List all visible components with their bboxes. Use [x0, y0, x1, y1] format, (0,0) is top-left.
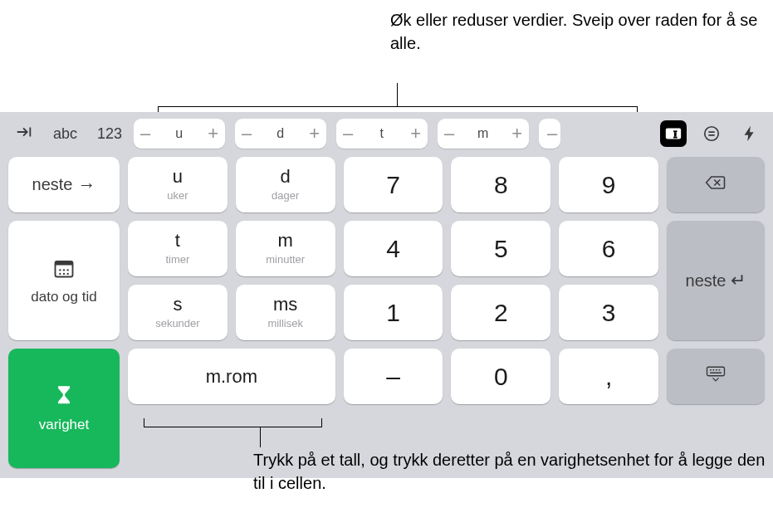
svg-rect-1 [674, 132, 677, 137]
digit-label: 0 [494, 363, 508, 391]
digit-label: 4 [386, 235, 400, 263]
unit-seconds-button[interactable]: s sekunder [128, 285, 227, 340]
callout-line [158, 106, 637, 107]
keyboard-dismiss-icon [704, 363, 727, 390]
digit-label: 1 [386, 299, 400, 327]
numeric-mode-button[interactable]: 123 [92, 122, 127, 146]
digit-label: 7 [386, 171, 400, 199]
plus-icon[interactable]: + [511, 124, 522, 143]
digit-7-button[interactable]: 7 [344, 157, 443, 212]
svg-rect-13 [707, 367, 725, 376]
digit-label: 6 [602, 235, 616, 263]
unit-sub: timer [165, 253, 189, 266]
datetime-mode-button[interactable]: dato og tid [8, 221, 120, 340]
dismiss-keyboard-button[interactable] [667, 349, 765, 404]
digit-6-button[interactable]: 6 [559, 221, 658, 276]
unit-main: d [281, 168, 291, 186]
digit-label: 2 [494, 299, 508, 327]
mode-switchers: abc 123 [10, 120, 127, 149]
plus-icon[interactable]: + [410, 124, 421, 143]
unit-steppers-row[interactable]: – u + – d + – t + – m + – [134, 119, 653, 149]
digit-5-button[interactable]: 5 [451, 221, 550, 276]
digit-4-button[interactable]: 4 [344, 221, 443, 276]
digit-2-button[interactable]: 2 [451, 285, 550, 340]
keyboard-top-row: abc 123 – u + – d + – t + – m + [0, 112, 773, 155]
stepper-label: t [380, 126, 384, 141]
arrow-right-icon: → [77, 174, 95, 196]
digit-9-button[interactable]: 9 [559, 157, 658, 212]
callout-top-text: Øk eller reduser verdier. Sveip over rad… [390, 11, 757, 52]
unit-days-button[interactable]: d dager [236, 157, 335, 212]
minus-button[interactable]: – [344, 349, 443, 404]
callout-line [260, 427, 261, 447]
equals-icon[interactable] [698, 120, 725, 147]
duration-mode-button[interactable]: varighet [8, 349, 120, 468]
stepper-weeks[interactable]: – u + [134, 119, 225, 149]
duration-label: varighet [39, 417, 89, 433]
datetime-label: dato og tid [31, 289, 96, 305]
digit-label: – [386, 363, 400, 391]
tab-icon[interactable] [10, 120, 38, 149]
unit-sub: minutter [266, 253, 305, 266]
minus-icon[interactable]: – [547, 124, 557, 143]
digit-3-button[interactable]: 3 [559, 285, 658, 340]
abc-mode-button[interactable]: abc [48, 122, 82, 146]
backspace-button[interactable] [667, 157, 765, 212]
digit-8-button[interactable]: 8 [451, 157, 550, 212]
stepper-label: m [477, 126, 488, 141]
unit-minutes-button[interactable]: m minutter [236, 221, 335, 276]
return-icon: ↵ [731, 270, 746, 291]
digit-label: 5 [494, 235, 508, 263]
unit-milliseconds-button[interactable]: ms millisek [236, 285, 335, 340]
next-label: neste [686, 271, 727, 290]
digit-1-button[interactable]: 1 [344, 285, 443, 340]
unit-sub: uker [167, 189, 188, 202]
top-right-icons [660, 120, 763, 147]
unit-sub: sekunder [155, 317, 199, 329]
callout-bottom: Trykk på et tall, og trykk deretter på e… [253, 448, 773, 495]
unit-sub: millisek [267, 317, 303, 329]
next-field-button[interactable]: neste → [8, 157, 120, 212]
minus-icon[interactable]: – [140, 124, 150, 143]
digit-label: 8 [494, 171, 508, 199]
duration-keyboard-icon[interactable] [660, 120, 687, 147]
stepper-partial[interactable]: – [539, 119, 560, 149]
unit-sub: dager [272, 189, 299, 202]
minus-icon[interactable]: – [242, 124, 252, 143]
hourglass-icon [52, 384, 76, 412]
minus-icon[interactable]: – [444, 124, 454, 143]
svg-point-4 [705, 127, 719, 141]
digit-0-button[interactable]: 0 [451, 349, 550, 404]
unit-weeks-button[interactable]: u uker [128, 157, 227, 212]
svg-point-9 [67, 269, 69, 271]
svg-rect-6 [56, 261, 73, 265]
left-column: neste → dato og tid varighet [8, 157, 120, 468]
space-label: m.rom [206, 366, 257, 388]
unit-main: t [175, 232, 180, 250]
svg-point-8 [63, 269, 65, 271]
stepper-minutes[interactable]: – m + [438, 119, 529, 149]
next-label: neste [32, 175, 73, 194]
svg-point-12 [67, 272, 69, 274]
keyboard-main: neste → dato og tid varighet u uker [0, 155, 773, 471]
svg-point-11 [63, 272, 65, 274]
plus-icon[interactable]: + [309, 124, 320, 143]
next-return-button[interactable]: neste ↵ [667, 221, 765, 340]
minus-icon[interactable]: – [343, 124, 353, 143]
center-keypad: u uker d dager 7 8 9 t timer m minutter … [128, 157, 658, 468]
stepper-days[interactable]: – d + [235, 119, 326, 149]
lightning-icon[interactable] [736, 120, 763, 147]
callout-line [397, 83, 398, 106]
plus-icon[interactable]: + [208, 124, 218, 143]
unit-hours-button[interactable]: t timer [128, 221, 227, 276]
digit-label: , [605, 363, 612, 391]
svg-rect-2 [673, 130, 678, 132]
unit-main: s [173, 295, 182, 314]
callout-line [321, 418, 322, 427]
unit-main: m [278, 232, 293, 250]
callout-line [144, 418, 144, 427]
space-button[interactable]: m.rom [128, 349, 335, 404]
svg-point-10 [59, 272, 61, 274]
comma-button[interactable]: , [559, 349, 658, 404]
stepper-hours[interactable]: – t + [336, 119, 428, 149]
